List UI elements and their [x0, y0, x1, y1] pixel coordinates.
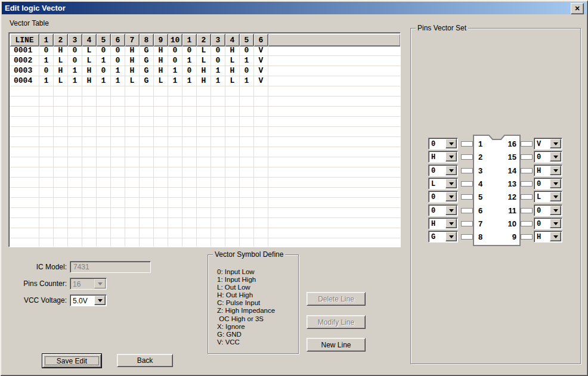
table-row-empty[interactable]	[10, 208, 400, 218]
dropdown-arrow-icon[interactable]	[550, 219, 561, 228]
empty-cell	[97, 117, 111, 127]
symbol-define-line: V: VCC	[217, 338, 275, 346]
vector-value-cell: 1	[68, 76, 82, 86]
ic-model-label: IC Model:	[12, 261, 67, 273]
table-row-empty[interactable]	[10, 238, 400, 247]
save-edit-button[interactable]: Save Edit	[42, 354, 101, 368]
pin-8-select-value: G	[429, 231, 445, 242]
empty-cell	[154, 167, 168, 178]
table-row-empty[interactable]	[10, 97, 400, 107]
pin-9-select[interactable]: H	[534, 231, 562, 243]
table-row-empty[interactable]	[10, 218, 400, 228]
vector-value-cell: L	[225, 76, 240, 86]
pin-16-select[interactable]: V	[534, 138, 562, 150]
empty-cell	[111, 167, 125, 178]
dropdown-arrow-icon[interactable]	[445, 139, 457, 148]
empty-cell	[10, 147, 39, 157]
back-button[interactable]: Back	[117, 354, 173, 367]
empty-cell	[154, 178, 168, 188]
dropdown-arrow-icon[interactable]	[445, 232, 457, 241]
dropdown-arrow-icon[interactable]	[445, 219, 457, 228]
empty-cell	[154, 137, 168, 147]
dropdown-arrow-icon[interactable]	[550, 139, 561, 148]
pin-7-select[interactable]: H	[428, 217, 458, 229]
empty-cell	[125, 178, 140, 188]
table-row[interactable]: 00041L1H11LGL11H1L1V	[10, 76, 400, 86]
pin-15-select[interactable]: 0	[534, 151, 562, 163]
table-row-empty[interactable]	[10, 137, 400, 147]
vector-value-cell: 1	[97, 76, 111, 86]
pin-6-select[interactable]: 0	[428, 204, 458, 216]
vector-symbol-define-title: Vector Symbol Define	[213, 250, 285, 259]
dropdown-arrow-icon[interactable]	[445, 166, 457, 175]
table-row[interactable]: 00030H1H01HGH10H1H0V	[10, 66, 400, 76]
empty-cell	[225, 107, 240, 117]
pin-4-select[interactable]: L	[428, 178, 458, 189]
vector-value-cell: 0	[39, 66, 54, 76]
table-row-empty[interactable]	[10, 157, 400, 167]
pin-number: 13	[505, 179, 516, 188]
pin-2-select[interactable]: H	[428, 151, 458, 163]
empty-cell	[254, 137, 268, 147]
empty-cell	[68, 198, 82, 208]
table-row-empty[interactable]	[10, 127, 400, 137]
empty-cell	[10, 117, 39, 127]
table-row-empty[interactable]	[10, 147, 400, 157]
pin-5-select[interactable]: 0	[428, 191, 458, 203]
dropdown-arrow-icon[interactable]	[445, 206, 457, 215]
pin-12-select[interactable]: L	[534, 191, 562, 203]
table-row-empty[interactable]	[10, 178, 400, 188]
row-filler	[268, 218, 400, 228]
symbol-define-line: X: Ignore	[217, 323, 275, 331]
dropdown-arrow-icon[interactable]	[550, 192, 561, 201]
empty-cell	[10, 97, 39, 107]
dropdown-arrow-icon[interactable]	[445, 192, 457, 201]
table-row-empty[interactable]	[10, 107, 400, 117]
empty-cell	[240, 127, 254, 137]
vcc-voltage-select[interactable]: 5.0V	[70, 294, 107, 306]
titlebar[interactable]: Edit logic Vector ✕	[2, 2, 586, 14]
pin-14-select[interactable]: H	[534, 164, 562, 176]
pin-stub	[461, 234, 473, 240]
pin-13-select[interactable]: 0	[534, 178, 562, 189]
empty-cell	[197, 198, 211, 208]
empty-cell	[54, 188, 68, 198]
empty-cell	[111, 238, 125, 247]
table-row-empty[interactable]	[10, 198, 400, 208]
dropdown-arrow-icon[interactable]	[550, 179, 561, 188]
close-button[interactable]: ✕	[571, 3, 584, 14]
column-header-pin: 4	[225, 34, 239, 46]
table-row[interactable]: 00021L0L10HGH01L0L1V	[10, 56, 400, 66]
empty-cell	[125, 107, 140, 117]
dropdown-arrow-icon[interactable]	[445, 179, 457, 188]
empty-cell	[211, 157, 225, 167]
dropdown-arrow-icon[interactable]	[550, 152, 561, 161]
dropdown-arrow-icon[interactable]	[550, 166, 561, 175]
pin-11-select[interactable]: 0	[534, 204, 562, 216]
new-line-button[interactable]: New Line	[307, 338, 366, 352]
dropdown-arrow-icon[interactable]	[550, 206, 561, 215]
table-row-empty[interactable]	[10, 117, 400, 127]
table-row[interactable]: 00010H0L00HGH00L0H0V	[10, 46, 400, 56]
column-header-pin: 5	[240, 34, 253, 46]
vector-value-cell: 0	[97, 46, 111, 56]
pin-8-select[interactable]: G	[428, 231, 458, 243]
pin-10-select[interactable]: 0	[534, 217, 562, 229]
vector-value-cell: 1	[168, 76, 182, 86]
empty-cell	[197, 97, 211, 107]
dropdown-arrow-icon[interactable]	[445, 152, 457, 161]
table-row-empty[interactable]	[10, 188, 400, 198]
pin-1-select[interactable]: 0	[428, 138, 458, 150]
empty-cell	[82, 127, 97, 137]
empty-cell	[39, 238, 54, 247]
table-row-empty[interactable]	[10, 228, 400, 238]
empty-cell	[225, 198, 240, 208]
pin-3-select[interactable]: 0	[428, 164, 458, 176]
dropdown-arrow-icon[interactable]	[550, 232, 561, 241]
dropdown-arrow-icon[interactable]	[94, 296, 106, 305]
table-row-empty[interactable]	[10, 86, 400, 97]
vector-value-cell: 0	[211, 56, 225, 66]
empty-cell	[240, 167, 254, 178]
empty-cell	[39, 228, 54, 238]
table-row-empty[interactable]	[10, 167, 400, 178]
